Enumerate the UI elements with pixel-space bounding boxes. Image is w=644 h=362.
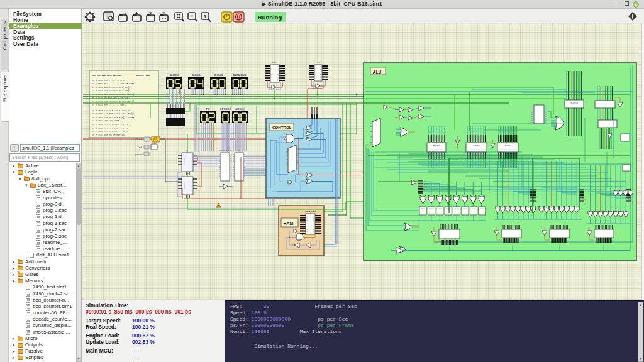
svg-text:Clock: Clock — [135, 138, 143, 141]
svg-text:12 C 1100 JPZ JPZ JUMP I I: 12 C 1100 JPZ JPZ JUMP I IF Z — [92, 123, 128, 126]
svg-text:B-REG: B-REG — [473, 145, 480, 147]
svg-text:08 8 1000 LDI DSE+LDA A LOAD I: 08 8 1000 LDI DSE+LDA A LOAD I — [92, 109, 129, 112]
svg-text:10 A 1010 STM DSY+WRR RAM[I] S: 10 A 1010 STM DSY+WRR RAM[I] STORE — [92, 116, 134, 119]
svg-text:00 0 0000 INC -------- A + 1: 00 0 0000 INC -------- A + 1 — [92, 79, 126, 82]
svg-text:S-REG: S-REG — [504, 145, 511, 147]
svg-text:14 E 1110 JPN JPN JUMP I I: 14 E 1110 JPN JPN JUMP I IF N — [92, 130, 128, 133]
svg-text:PC: PC — [186, 173, 189, 176]
svg-text:DATA-RAM: DATA-RAM — [305, 211, 316, 213]
svg-text:OPCODE: OPCODE — [219, 107, 231, 111]
svg-text:09 9 1001 LDM RIM+LDA A LOAD R: 09 9 1001 LDM RIM+LDA A LOAD RAM[I] — [92, 112, 135, 115]
svg-text:ALU: ALU — [373, 70, 382, 74]
svg-text:DATA-BUS: DATA-BUS — [233, 74, 246, 77]
svg-text:OUT: OUT — [272, 62, 277, 64]
svg-text:Tick: Tick — [137, 146, 143, 149]
svg-text:02 2 0010 ADD RIM+LDR A + RAM[: 02 2 0010 ADD RIM+LDR A + RAM[I] — [92, 86, 131, 89]
svg-text:A-BUS: A-BUS — [192, 74, 200, 77]
svg-text:DESCRIPTION: DESCRIPTION — [136, 74, 150, 77]
svg-text:06 6 0110 XOR RIM+LDR A XOR RA: 06 6 0110 XOR RIM+LDR A XOR RAM[I] — [92, 100, 134, 102]
svg-text:PC: PC — [186, 149, 189, 152]
svg-text:03 3 0011 SUB RIM+LDR A - RAM[: 03 3 0011 SUB RIM+LDR A - RAM[I] — [92, 89, 131, 92]
svg-text:07 7 0111 NOT -------- NOT A: 07 7 0111 NOT -------- NOT A — [92, 104, 126, 106]
svg-text:15 F 1111 NOP NO OPERA: 15 F 1111 NOP NO OPERATION — [92, 134, 124, 136]
svg-text:1: 1 — [204, 14, 207, 19]
svg-text:DEC HEX BIN NAME CONTROL: DEC HEX BIN NAME CONTROL — [92, 74, 122, 77]
svg-text:S-REG: S-REG — [570, 102, 578, 104]
svg-text:!: ! — [218, 204, 219, 207]
svg-text:OUT: OUT — [316, 62, 321, 64]
svg-text:01 1 0001 RLA -------- ROTATE: 01 1 0001 RLA -------- ROTATE LEFT A — [92, 82, 136, 85]
svg-text:RAM: RAM — [284, 221, 294, 226]
svg-text:A-REG: A-REG — [170, 74, 179, 77]
svg-text:Running: Running — [258, 14, 282, 21]
svg-text:13 D 1101 JPC JPC JUMP I I: 13 D 1101 JPC JPC JUMP I IF C — [92, 127, 128, 129]
svg-text:PC: PC — [206, 107, 210, 111]
svg-text:A-REG: A-REG — [433, 145, 440, 147]
svg-text:11 B 1011 JPI JPI JUMP I: 11 B 1011 JPI JPI JUMP I — [92, 119, 122, 122]
svg-text:CONTROL: CONTROL — [272, 125, 292, 129]
svg-text:pause: pause — [135, 153, 142, 156]
svg-text:W-BUS: W-BUS — [214, 74, 223, 77]
svg-text:ARG[1]: ARG[1] — [235, 107, 245, 111]
